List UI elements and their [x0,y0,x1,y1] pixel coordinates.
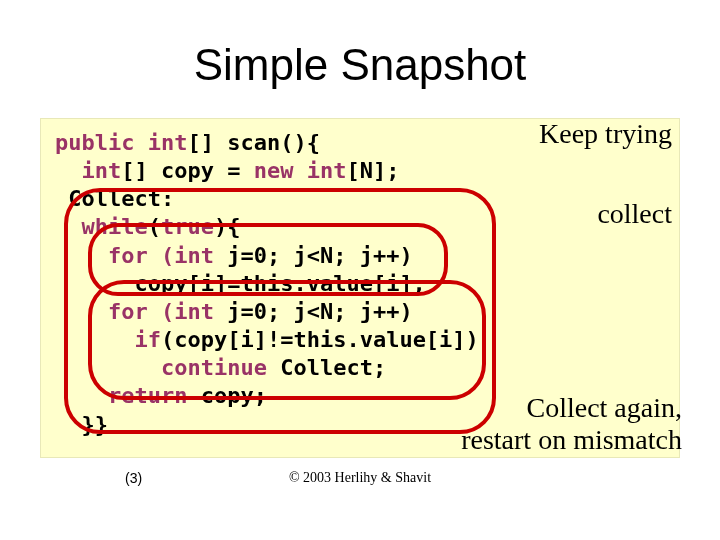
slide-title: Simple Snapshot [0,0,720,102]
annotation-keep-trying: Keep trying [539,118,672,150]
copyright: © 2003 Herlihy & Shavit [0,470,720,486]
annotation-restart: Collect again, restart on mismatch [461,392,682,456]
annotation-collect: collect [597,198,672,230]
